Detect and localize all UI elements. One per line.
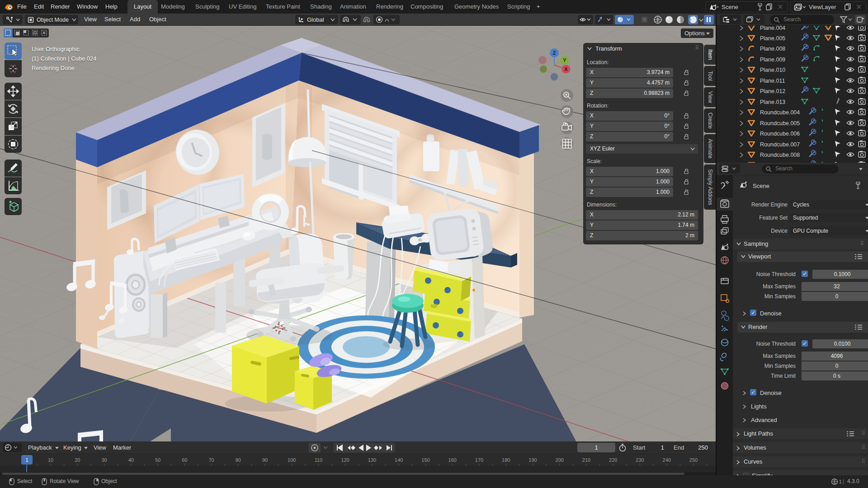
svg-text:Plane.008: Plane.008 [760, 46, 785, 52]
svg-text:200: 200 [556, 457, 564, 463]
svg-text:Roundcube.004: Roundcube.004 [760, 109, 800, 116]
svg-text:Z: Z [553, 50, 556, 56]
svg-text:60: 60 [182, 457, 187, 463]
svg-text:110: 110 [315, 457, 323, 463]
svg-text:130: 130 [368, 457, 376, 463]
svg-text:20: 20 [75, 457, 80, 463]
svg-text:160: 160 [448, 457, 457, 463]
svg-text:10: 10 [48, 457, 53, 463]
svg-text:80: 80 [236, 457, 241, 463]
svg-text:190: 190 [528, 457, 537, 463]
svg-text:Plane.011: Plane.011 [760, 78, 785, 84]
svg-text:X: X [564, 66, 568, 72]
svg-text:90: 90 [262, 457, 268, 463]
svg-text:Plane.009: Plane.009 [760, 56, 785, 63]
svg-text:1: 1 [25, 457, 28, 463]
svg-text:170: 170 [475, 457, 483, 463]
svg-text:30: 30 [101, 457, 107, 463]
svg-text:220: 220 [609, 457, 617, 463]
svg-text:230: 230 [636, 457, 644, 463]
svg-text:Roundcube.005: Roundcube.005 [760, 120, 800, 127]
svg-text:180: 180 [502, 457, 510, 463]
svg-text:Plane.005: Plane.005 [760, 35, 785, 42]
svg-text:120: 120 [341, 457, 349, 463]
svg-text:Plane.004: Plane.004 [760, 26, 785, 31]
svg-text:240: 240 [663, 457, 671, 463]
svg-text:250: 250 [689, 457, 698, 463]
svg-text:Roundcube.007: Roundcube.007 [760, 141, 800, 148]
svg-text:40: 40 [128, 457, 134, 463]
svg-text:Plane.013: Plane.013 [760, 99, 785, 105]
svg-text:140: 140 [395, 457, 403, 463]
svg-text:100: 100 [288, 457, 296, 463]
svg-text:Roundcube.006: Roundcube.006 [760, 131, 800, 137]
svg-text:Y: Y [563, 57, 566, 63]
svg-text:150: 150 [421, 457, 429, 463]
svg-text:Roundcube.008: Roundcube.008 [760, 152, 800, 158]
svg-text:Plane.012: Plane.012 [760, 88, 785, 94]
svg-text:50: 50 [155, 457, 160, 463]
svg-text:70: 70 [208, 457, 214, 463]
svg-text:210: 210 [582, 457, 590, 463]
svg-text:Plane.010: Plane.010 [760, 67, 785, 73]
